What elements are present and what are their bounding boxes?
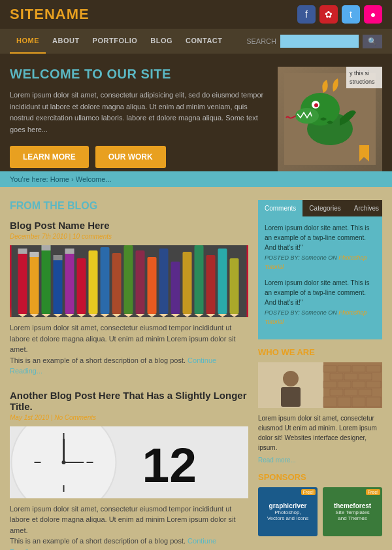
post-2-date: May 1st 2010 | No Comments [10, 414, 248, 421]
svg-rect-44 [206, 255, 216, 314]
hero-overlay-text: y this sistructions [346, 67, 382, 88]
pencils-svg [10, 245, 248, 317]
svg-rect-62 [281, 387, 301, 407]
site-logo[interactable]: SITENAME [10, 6, 90, 23]
svg-rect-32 [136, 250, 145, 314]
sidebar-comments-panel: Lorem ipsum dolor site amet. This is an … [258, 216, 382, 339]
nav-portfolio[interactable]: PORTFOLIO [86, 29, 144, 54]
svg-point-5 [314, 103, 318, 107]
header: SITENAME f ✿ t ● [0, 0, 392, 29]
post-2-title[interactable]: Another Blog Post Here That Has a Slight… [10, 390, 248, 412]
nav-home[interactable]: HOME [10, 29, 46, 54]
flickr-icon[interactable]: ● [364, 5, 382, 24]
svg-rect-36 [159, 249, 169, 314]
graphicriver-sub: Photoshop,Vectors and Icons [267, 509, 309, 521]
hero-section: WELCOME TO OUR SITE Lorem ipsum dolor si… [0, 54, 392, 171]
post-1-desc: Lorem ipsum dolor sit amet, consectetur … [10, 322, 248, 377]
search-button[interactable]: 🔍 [363, 35, 382, 48]
post-1-date: December 7th 2010 | 10 comments [10, 233, 248, 240]
post-1-title[interactable]: Blog Post Name Here [10, 220, 248, 231]
svg-rect-40 [183, 252, 192, 314]
comment-1-posted: POSTED BY: Someone ON Photoshop Tutorial [265, 254, 376, 271]
blog-post-2: Another Blog Post Here That Has a Slight… [10, 390, 248, 551]
breadcrumb: You're here: Home › Welcome... [0, 171, 392, 187]
svg-rect-26 [101, 247, 110, 314]
svg-rect-7 [18, 249, 27, 314]
svg-point-61 [283, 371, 299, 387]
tab-comments[interactable]: Comments [258, 200, 302, 216]
facebook-icon[interactable]: f [297, 5, 316, 24]
svg-rect-18 [54, 255, 63, 260]
twitter-icon[interactable]: t [342, 5, 360, 24]
tab-archives[interactable]: Archives [348, 200, 385, 216]
svg-rect-24 [89, 250, 98, 314]
svg-rect-19 [65, 249, 74, 314]
svg-rect-12 [30, 252, 39, 257]
comment-2-posted: POSTED BY: Someone ON Photoshop Tutorial [265, 309, 376, 326]
clock-svg: 12 [10, 426, 248, 498]
svg-rect-13 [42, 245, 51, 314]
navigation: HOME ABOUT PORTFOLIO BLOG CONTACT SEARCH… [0, 29, 392, 54]
who-read-more[interactable]: Read more... [258, 456, 296, 464]
svg-rect-10 [30, 252, 39, 314]
svg-rect-63 [323, 362, 382, 408]
svg-rect-38 [171, 262, 180, 314]
svg-rect-46 [218, 249, 227, 314]
svg-rect-42 [195, 245, 204, 314]
hero-illustration: y this sistructions [278, 67, 382, 171]
comment-1: Lorem ipsum dolor site amet. This is an … [265, 223, 376, 271]
sidebar: Comments Categories Archives Lorem ipsum… [258, 200, 382, 550]
graphicriver-badge: Free! [301, 489, 316, 495]
sponsor-themeforest[interactable]: Free! themeforest Site Templatesand Them… [323, 487, 382, 536]
post-2-desc: Lorem ipsum dolor sit amet, consectetur … [10, 504, 248, 551]
graphicriver-label: graphicriver [269, 502, 307, 509]
svg-rect-16 [54, 255, 63, 314]
blog-content: FROM THE BLOG Blog Post Name Here Decemb… [10, 200, 248, 550]
hero-content: WELCOME TO OUR SITE Lorem ipsum dolor si… [10, 67, 268, 171]
search-label: SEARCH [246, 37, 276, 45]
social-icons: f ✿ t ● [297, 5, 382, 24]
svg-rect-15 [42, 245, 51, 250]
svg-rect-22 [77, 258, 86, 314]
blog-post-1: Blog Post Name Here December 7th 2010 | … [10, 220, 248, 377]
comment-2: Lorem ipsum dolor site amet. This is an … [265, 278, 376, 326]
our-work-button[interactable]: OUR WORK [95, 146, 166, 168]
svg-rect-28 [112, 253, 122, 314]
tab-categories[interactable]: Categories [302, 200, 347, 216]
blog-section-title: FROM THE BLOG [10, 200, 248, 212]
main-content: FROM THE BLOG Blog Post Name Here Decemb… [0, 187, 392, 550]
hero-image: y this sistructions [278, 67, 382, 171]
sidebar-tabs: Comments Categories Archives [258, 200, 382, 216]
search-input[interactable] [280, 35, 359, 48]
search-area: SEARCH 🔍 [246, 35, 382, 48]
themeforest-badge: Free! [366, 489, 380, 495]
themeforest-label: themeforest [334, 502, 371, 509]
who-desc: Lorem ipsum dolor sit amet, consectetur … [258, 413, 382, 453]
who-we-are-image [258, 362, 382, 408]
themeforest-sub: Site Templatesand Themes [335, 509, 369, 521]
svg-rect-48 [230, 258, 239, 314]
nav-about[interactable]: ABOUT [46, 29, 86, 54]
sponsors-grid: Free! graphicriver Photoshop,Vectors and… [258, 487, 382, 536]
sponsors-title: SPONSORS [258, 472, 382, 482]
comment-2-text: Lorem ipsum dolor site amet. This is an … [265, 278, 376, 307]
svg-rect-21 [65, 249, 74, 254]
nav-blog[interactable]: BLOG [144, 29, 179, 54]
pinterest-icon[interactable]: ✿ [319, 5, 338, 24]
who-we-are-title: WHO WE ARE [258, 347, 382, 357]
who-image-svg [258, 362, 382, 408]
svg-text:12: 12 [142, 438, 197, 492]
post-1-image [10, 245, 248, 317]
svg-rect-30 [124, 245, 133, 314]
sponsor-graphicriver[interactable]: Free! graphicriver Photoshop,Vectors and… [258, 487, 318, 536]
nav-contact[interactable]: CONTACT [179, 29, 229, 54]
hero-title: WELCOME TO OUR SITE [10, 67, 268, 82]
comment-1-text: Lorem ipsum dolor site amet. This is an … [265, 223, 376, 252]
svg-rect-34 [148, 257, 157, 314]
hero-buttons: LEARN MORE OUR WORK [10, 146, 268, 168]
learn-more-button[interactable]: LEARN MORE [10, 146, 89, 168]
nav-links: HOME ABOUT PORTFOLIO BLOG CONTACT [10, 29, 229, 54]
svg-rect-9 [18, 249, 27, 254]
post-2-image: 12 [10, 426, 248, 498]
hero-text: Lorem ipsum dolor sit amet, consectetur … [10, 90, 268, 135]
